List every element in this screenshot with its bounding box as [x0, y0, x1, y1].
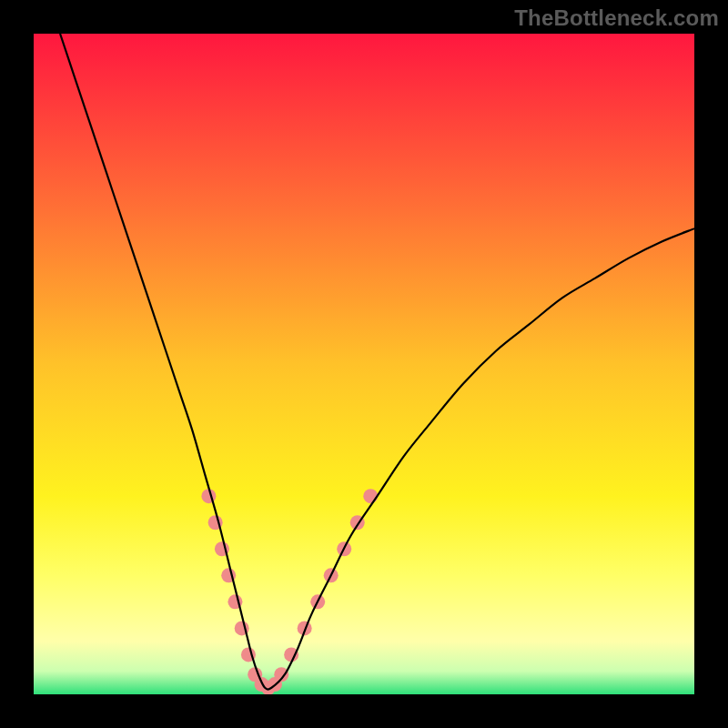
watermark-text: TheBottleneck.com [514, 5, 719, 31]
gradient-background [34, 34, 694, 694]
chart-stage: TheBottleneck.com [0, 0, 728, 728]
bottleneck-chart [34, 34, 694, 694]
marker-dot [363, 489, 378, 503]
plot-area [34, 34, 694, 694]
